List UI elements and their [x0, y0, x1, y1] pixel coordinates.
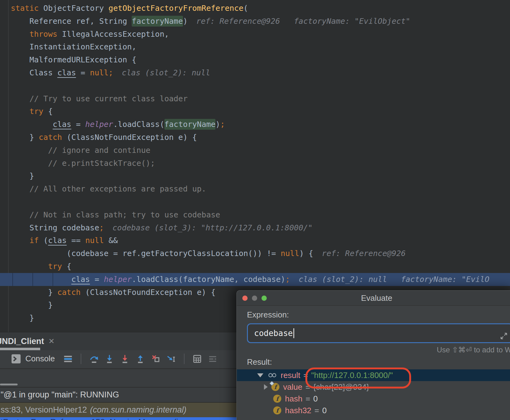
- code-line: // Try to use current class loader: [0, 92, 510, 105]
- step-into-icon[interactable]: [104, 354, 115, 364]
- code-line: try {: [0, 260, 510, 273]
- code-line: Reference ref, String factoryName)ref: R…: [0, 15, 510, 28]
- code-line: static ObjectFactory getObjectFactoryFro…: [0, 2, 510, 15]
- code-line: (codebase = ref.getFactoryClassLocation(…: [0, 247, 510, 260]
- console-label: Console: [25, 354, 55, 363]
- code-line: try {: [0, 105, 510, 118]
- layout-settings-icon[interactable]: [207, 354, 218, 364]
- toolbar-separator: [81, 354, 81, 364]
- debugger-inline-hint: ref: Reference@926: [322, 249, 406, 258]
- tab-label: JNDI_Client: [0, 337, 44, 346]
- drop-frame-icon[interactable]: [151, 354, 161, 364]
- evaluate-dialog: Evaluate Expression: codebase Use ⇧⌘⏎ to…: [236, 290, 510, 420]
- code-line: // All other exceptions are passed up.: [0, 183, 510, 195]
- dialog-titlebar[interactable]: Evaluate: [237, 291, 510, 306]
- code-line: InstantiationException,: [0, 40, 510, 53]
- code-line: } catch (ClassNotFoundException e) {: [0, 131, 510, 144]
- step-out-icon[interactable]: [135, 354, 146, 364]
- frame-package: (com.sun.naming.internal): [90, 405, 186, 415]
- code-editor[interactable]: static ObjectFactory getObjectFactoryFro…: [0, 0, 510, 332]
- result-name: result: [281, 371, 300, 380]
- thread-status: "@1 in group "main": RUNNING: [1, 390, 119, 400]
- code-line: MalformedURLException {: [0, 53, 510, 66]
- console-icon: [11, 354, 21, 364]
- result-label: Result:: [247, 357, 510, 367]
- dialog-title: Evaluate: [361, 293, 392, 303]
- hash32-row[interactable]: f hash32 = 0: [237, 405, 510, 416]
- horizontal-scrollbar[interactable]: [0, 384, 18, 385]
- field-value: 0: [322, 406, 327, 415]
- code-line: // e.printStackTrace();: [0, 157, 510, 170]
- expression-input[interactable]: codebase: [247, 323, 510, 343]
- traffic-green-icon[interactable]: [261, 296, 267, 301]
- code-line: [0, 195, 510, 208]
- debugger-inline-hint: ref: Reference@926 factoryName: "EvilObj…: [196, 17, 410, 26]
- frame-text: ss:83, VersionHelper12: [1, 405, 87, 415]
- toolbar-separator: [184, 354, 185, 364]
- active-tab-indicator: [0, 348, 40, 350]
- value-row[interactable]: f value = {char[22]@934}: [237, 381, 510, 393]
- evaluate-expression-icon[interactable]: [192, 354, 202, 364]
- chevron-down-icon[interactable]: [257, 373, 263, 377]
- traffic-minimize-icon[interactable]: [252, 296, 257, 301]
- debugger-inline-hint: codebase (slot_3): "http://127.0.0.1:800…: [113, 223, 312, 232]
- text-caret: [293, 328, 294, 338]
- field-icon: f: [273, 395, 281, 403]
- hash-row[interactable]: f hash = 0: [237, 393, 510, 405]
- field-name: hash32: [285, 406, 311, 415]
- code-line: // Not in class path; try to use codebas…: [0, 208, 510, 221]
- indent-guide: [32, 273, 33, 286]
- show-execution-point-icon[interactable]: [63, 354, 73, 364]
- field-badge-icon: [270, 381, 274, 386]
- run-to-cursor-icon[interactable]: [166, 354, 176, 364]
- field-icon: f: [271, 383, 279, 391]
- equals-sign: =: [314, 406, 319, 415]
- debugger-inline-hint: clas (slot_2): null: [122, 68, 210, 77]
- console-tab[interactable]: Console: [11, 354, 60, 364]
- traffic-red-icon[interactable]: [242, 296, 248, 301]
- field-value: {char[22]@934}: [313, 382, 369, 392]
- result-value: "http://127.0.0.1:8000/": [311, 371, 393, 380]
- code-line: if (clas == null &&: [0, 234, 510, 247]
- add-to-watches-hint: Use ⇧⌘⏎ to add to Wat: [237, 346, 510, 354]
- ide-window: static ObjectFactory getObjectFactoryFro…: [0, 0, 510, 420]
- code-line: String codebase;codebase (slot_3): "http…: [0, 221, 510, 234]
- debugger-inline-hint: clas (slot_2): null factoryName: "EvilO: [299, 275, 489, 284]
- step-over-icon[interactable]: [89, 354, 99, 364]
- result-tree: result = "http://127.0.0.1:8000/" f valu…: [237, 369, 510, 416]
- code-line: clas = helper.loadClass(factoryName);: [0, 118, 510, 131]
- force-step-into-icon[interactable]: [120, 354, 130, 364]
- field-name: hash: [285, 394, 302, 404]
- expression-label: Expression:: [247, 310, 510, 320]
- code-line: [0, 79, 510, 92]
- expand-icon[interactable]: [499, 332, 508, 340]
- window-controls: [242, 296, 267, 301]
- field-icon: f: [273, 406, 281, 414]
- result-row[interactable]: result = "http://127.0.0.1:8000/": [237, 369, 510, 381]
- execution-line: clas = helper.loadClass(factoryName, cod…: [0, 273, 510, 286]
- code-line: // ignore and continue: [0, 144, 510, 157]
- equals-sign: =: [305, 382, 310, 392]
- chevron-right-icon[interactable]: [264, 384, 268, 390]
- frame-text: tFactoryFromReference:158, NamingManager…: [1, 418, 187, 420]
- result-icon: [268, 372, 277, 379]
- field-value: 0: [313, 394, 318, 404]
- field-name: value: [283, 382, 302, 392]
- indent-guide: [53, 273, 53, 286]
- code-line: }: [0, 170, 510, 183]
- close-icon[interactable]: ✕: [49, 337, 55, 346]
- indent-guide: [12, 273, 13, 286]
- equals-sign: =: [305, 394, 310, 404]
- expression-value: codebase: [254, 329, 293, 338]
- code-line: Class clas = null;clas (slot_2): null: [0, 66, 510, 79]
- equals-sign: =: [304, 371, 308, 380]
- code-line: throws IllegalAccessException,: [0, 28, 510, 41]
